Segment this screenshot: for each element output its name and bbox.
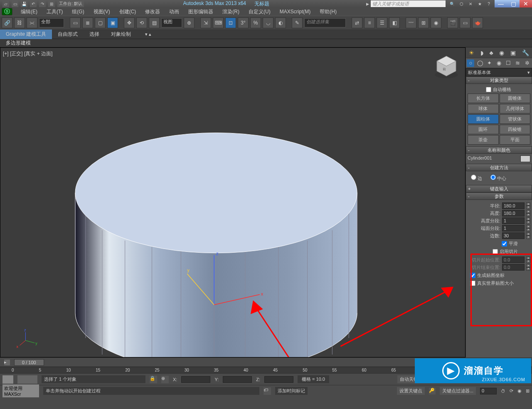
keyboard-shortcut-icon[interactable]: ⌨	[213, 17, 224, 28]
spinner-snap-icon[interactable]: ◡	[263, 17, 273, 28]
menu-customize[interactable]: 自定义(U)	[244, 7, 275, 16]
qat-redo-icon[interactable]: ↷	[39, 0, 46, 7]
x-coord-input[interactable]	[181, 376, 210, 383]
render-icon[interactable]: 🫖	[472, 17, 483, 28]
align-icon[interactable]: ≡	[364, 17, 375, 28]
rollout-params[interactable]: -参数	[466, 192, 532, 200]
y-coord-input[interactable]	[223, 376, 252, 383]
search-icon[interactable]: 🔍	[449, 0, 456, 7]
menu-group[interactable]: 组(G)	[68, 7, 88, 16]
rollout-objtype[interactable]: -对象类型	[466, 76, 532, 84]
app-logo-icon[interactable]: ⓢ	[2, 8, 12, 15]
prim-sphere[interactable]: 球体	[468, 104, 499, 113]
realworld-checkbox[interactable]	[470, 281, 475, 286]
rollout-createmethod[interactable]: -创建方法	[466, 164, 532, 171]
genmap-checkbox[interactable]	[470, 273, 475, 278]
subscription-icon[interactable]: ⬡	[458, 0, 465, 7]
menu-animation[interactable]: 动画	[165, 7, 183, 16]
abs-transform-icon[interactable]: ⊕	[161, 376, 169, 383]
schematic-view-icon[interactable]: ⊞	[418, 17, 429, 28]
percent-snap-icon[interactable]: %	[250, 17, 261, 28]
subtab-shapes-icon[interactable]: ◯	[476, 59, 484, 67]
menu-maxscript[interactable]: MAXScript(M)	[276, 8, 315, 15]
timetag-icon[interactable]: 🏷	[264, 387, 271, 395]
angle-snap-icon[interactable]: 3°	[238, 17, 249, 28]
snap-icon2[interactable]: ◐	[275, 17, 286, 28]
prim-cylinder[interactable]: 圆柱体	[468, 114, 499, 124]
lock-selection-icon[interactable]: 🔒	[150, 376, 157, 383]
prim-plane[interactable]: 平面	[500, 135, 531, 145]
object-name-field[interactable]: Cylinder001	[468, 155, 519, 162]
edit-named-sel-icon[interactable]: ✎	[292, 17, 303, 28]
workspace-selector[interactable]: 工作台: 默认	[57, 0, 84, 7]
close-button[interactable]: ✕	[520, 0, 532, 7]
exchange-icon[interactable]: ✕	[467, 0, 474, 7]
menu-help[interactable]: 帮助(H)	[315, 7, 341, 16]
smooth-checkbox[interactable]	[502, 241, 507, 246]
unlink-icon[interactable]: ⛓	[14, 17, 25, 28]
prim-pyramid[interactable]: 四棱锥	[500, 125, 531, 134]
vp-rotate-icon[interactable]: ◉	[517, 388, 522, 394]
maximize-button[interactable]: ▢	[507, 0, 520, 7]
menu-views[interactable]: 视图(V)	[89, 7, 114, 16]
qat-project-icon[interactable]: ⊞	[48, 0, 55, 7]
qat-open-icon[interactable]: ▭	[12, 0, 18, 7]
subtab-geometry-icon[interactable]: ○	[467, 59, 474, 67]
time-slider-handle[interactable]: 0 / 100	[14, 359, 44, 366]
qat-new-icon[interactable]: ▱	[2, 0, 9, 7]
vp-max-toggle-icon[interactable]: ⊞	[526, 388, 530, 394]
rect-region-icon[interactable]: ▢	[95, 17, 106, 28]
named-sel-set[interactable]: 创建选择集	[304, 18, 346, 27]
time-config-icon[interactable]: ⏱	[501, 389, 505, 394]
ribbon-tab-graphite[interactable]: Graphite 建模工具	[0, 30, 52, 39]
keyfilters-button[interactable]: 关键点过滤器...	[440, 387, 476, 395]
prim-box[interactable]: 长方体	[468, 94, 499, 103]
ribbon-tab-freeform[interactable]: 自由形式	[52, 30, 84, 39]
favorites-icon[interactable]: ★	[476, 0, 483, 7]
menu-modifiers[interactable]: 修改器	[141, 7, 164, 16]
menu-edit[interactable]: 编辑(E)	[17, 7, 42, 16]
select-object-icon[interactable]: ▭	[70, 17, 81, 28]
use-pivot-icon[interactable]: ⊕	[184, 17, 195, 28]
material-editor-icon[interactable]: ◉	[431, 17, 441, 28]
add-timetag[interactable]: 添加时间标记	[275, 387, 308, 395]
radio-center[interactable]: 中心	[490, 175, 506, 182]
tab-display-icon[interactable]: ▣	[510, 49, 516, 56]
menu-create[interactable]: 创建(C)	[115, 7, 140, 16]
prim-tube[interactable]: 管状体	[500, 114, 531, 124]
render-setup-icon[interactable]: 🎬	[447, 17, 458, 28]
help-arrow-icon[interactable]: ▸	[366, 0, 369, 7]
autogrid-checkbox[interactable]	[486, 87, 491, 92]
menu-grapheditors[interactable]: 图形编辑器	[184, 7, 217, 16]
subtab-spacewarps-icon[interactable]: ≋	[514, 59, 522, 67]
z-coord-input[interactable]	[264, 376, 293, 383]
selection-filter[interactable]: 全部	[39, 18, 64, 27]
viewport[interactable]: [+] [正交] [真实 + 边面]	[0, 47, 466, 357]
radio-edge[interactable]: 边	[471, 175, 482, 182]
height-spinner[interactable]: 180.0	[502, 210, 525, 217]
scale-icon[interactable]: ▤	[149, 17, 160, 28]
subtab-systems-icon[interactable]: ✲	[524, 59, 531, 67]
qat-undo-icon[interactable]: ↶	[30, 0, 37, 7]
tab-create-icon[interactable]: ☀	[469, 49, 474, 56]
maxscript-mini-icon2[interactable]	[17, 375, 37, 384]
link-icon[interactable]: 🔗	[2, 17, 12, 28]
curve-editor-icon[interactable]: 〰	[406, 17, 416, 28]
window-crossing-icon[interactable]: ▣	[107, 17, 118, 28]
prim-torus[interactable]: 圆环	[468, 125, 499, 134]
select-by-name-icon[interactable]: ≣	[82, 17, 93, 28]
subtab-lights-icon[interactable]: ✦	[486, 59, 493, 67]
rotate-icon[interactable]: ⟲	[136, 17, 147, 28]
radius-spinner[interactable]: 180.0	[502, 202, 525, 209]
ribbon-tab-selection[interactable]: 选择	[84, 30, 105, 39]
ref-coord-sys[interactable]: 视图	[161, 18, 182, 27]
viewcube[interactable]: 前	[432, 52, 461, 81]
snap-toggle-icon[interactable]: ⊡	[225, 17, 236, 28]
help-icon[interactable]: ?	[485, 0, 492, 7]
cap-segs-spinner[interactable]: 1	[502, 225, 525, 232]
prim-cone[interactable]: 圆锥体	[500, 94, 531, 103]
object-color-swatch[interactable]	[520, 155, 530, 162]
manipulate-icon[interactable]: ⇲	[200, 17, 211, 28]
prim-teapot[interactable]: 茶壶	[468, 135, 499, 145]
ribbon-sub-poly[interactable]: 多边形建模	[2, 39, 35, 47]
